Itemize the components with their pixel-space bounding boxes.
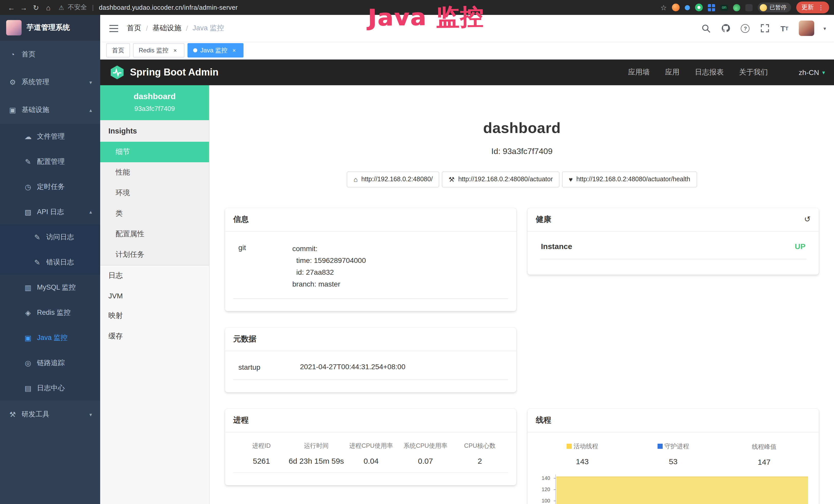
sba-item-environment[interactable]: 环境 bbox=[100, 183, 209, 203]
avatar-caret-icon[interactable]: ▾ bbox=[824, 25, 826, 31]
process-card-title: 进程 bbox=[225, 409, 516, 432]
sidebar-item-redis[interactable]: ◈ Redis 监控 bbox=[0, 300, 100, 325]
sidebar-item-infra[interactable]: ▣ 基础设施 ▴ bbox=[0, 96, 100, 124]
health-instance-row[interactable]: Instance UP bbox=[540, 242, 807, 259]
edit-icon: ✎ bbox=[24, 157, 32, 166]
sba-item-classes[interactable]: 类 bbox=[100, 203, 209, 224]
sba-sidebar: dashboard 93a3fc7f7409 Insights 细节 性能 环境… bbox=[100, 85, 210, 504]
app-logo[interactable]: 芋道管理系统 bbox=[0, 15, 100, 41]
sba-item-performance[interactable]: 性能 bbox=[100, 162, 209, 183]
service-url-link[interactable]: ⌂ http://192.168.0.2:48080/ bbox=[347, 171, 439, 187]
threads-legend-row: 活动线程 143 守护进程 bbox=[536, 439, 811, 466]
breadcrumb-separator: / bbox=[186, 24, 188, 32]
sidebar-item-api-log[interactable]: ▧ API 日志 ▴ bbox=[0, 199, 100, 224]
sidebar-item-home[interactable]: ◔ 首页 bbox=[0, 41, 100, 68]
metadata-row-value: 2021-04-27T00:44:31.254+08:00 bbox=[300, 363, 503, 371]
sidebar-item-error-log[interactable]: ✎ 错误日志 bbox=[0, 250, 100, 275]
sba-body: dashboard 93a3fc7f7409 Insights 细节 性能 环境… bbox=[100, 85, 834, 504]
sba-item-caches[interactable]: 缓存 bbox=[100, 326, 209, 347]
sidebar-item-java[interactable]: ▣ Java 监控 bbox=[0, 325, 100, 350]
sba-item-mappings[interactable]: 映射 bbox=[100, 305, 209, 326]
instance-id-subtitle: Id: 93a3fc7f7409 bbox=[225, 147, 819, 156]
tab-close-icon[interactable]: × bbox=[172, 47, 179, 54]
browser-menu-icon[interactable]: ⋮ bbox=[818, 4, 824, 11]
log-edit-icon: ✎ bbox=[33, 233, 42, 241]
database-icon: ▥ bbox=[24, 283, 32, 292]
sidebar-item-file[interactable]: ☁ 文件管理 bbox=[0, 124, 100, 149]
user-avatar[interactable] bbox=[799, 21, 814, 36]
sidebar-item-dev-tools[interactable]: ⚒ 研发工具 ▾ bbox=[0, 400, 100, 428]
fullscreen-icon[interactable] bbox=[760, 23, 770, 33]
tab-home[interactable]: 首页 bbox=[106, 43, 130, 58]
main-column: 首页 / 基础设施 / Java 监控 ? bbox=[100, 15, 834, 504]
insights-label[interactable]: Insights bbox=[100, 120, 209, 142]
actuator-url-link[interactable]: ⚒ http://192.168.0.2:48080/actuator bbox=[442, 171, 560, 187]
sidebar-item-job[interactable]: ◷ 定时任务 bbox=[0, 174, 100, 199]
sba-nav-about[interactable]: 关于我们 bbox=[739, 68, 768, 77]
cloud-icon: ☁ bbox=[24, 132, 32, 140]
sba-item-scheduled-tasks[interactable]: 计划任务 bbox=[100, 245, 209, 265]
sidebar-toggle-icon[interactable] bbox=[108, 23, 119, 33]
extension-orange-icon[interactable] bbox=[672, 4, 680, 11]
instance-header[interactable]: dashboard 93a3fc7f7409 bbox=[100, 85, 209, 120]
github-icon[interactable] bbox=[721, 23, 731, 33]
help-icon[interactable]: ? bbox=[740, 23, 750, 33]
tab-java[interactable]: Java 监控 × bbox=[188, 43, 243, 58]
paused-extension-badge[interactable]: 已暂停 bbox=[758, 3, 791, 12]
breadcrumb-home[interactable]: 首页 bbox=[127, 24, 141, 33]
details-content: dashboard Id: 93a3fc7f7409 ⌂ http://192.… bbox=[210, 85, 834, 504]
sba-item-jvm[interactable]: JVM bbox=[100, 286, 209, 305]
status-badge: UP bbox=[795, 242, 806, 251]
forward-icon[interactable]: → bbox=[18, 3, 30, 12]
tab-redis[interactable]: Redis 监控 × bbox=[133, 43, 184, 58]
extensions-puzzle-icon[interactable] bbox=[745, 4, 752, 11]
instance-links: ⌂ http://192.168.0.2:48080/ ⚒ http://192… bbox=[225, 171, 819, 187]
health-card: 健康 ↺ Instance UP bbox=[528, 208, 819, 275]
sba-nav-links: 应用墙 应用 日志报表 关于我们 zh-CN ▾ bbox=[628, 68, 825, 77]
sba-nav-wallboard[interactable]: 应用墙 bbox=[628, 68, 650, 77]
process-metrics-row: 进程ID 5261 运行时间 6d 23h 15m 59s 进程CPU使用率 bbox=[233, 439, 508, 473]
extension-on-badge[interactable]: on bbox=[720, 4, 728, 10]
extension-sprout-icon[interactable] bbox=[733, 4, 740, 11]
address-bar[interactable]: ⚠ 不安全 | dashboard.yudao.iocoder.cn/infra… bbox=[59, 3, 238, 12]
font-size-icon[interactable]: TT bbox=[779, 23, 790, 33]
home-icon[interactable]: ⌂ bbox=[42, 3, 54, 12]
sba-brand[interactable]: Spring Boot Admin bbox=[109, 65, 219, 80]
bookmark-star-icon[interactable]: ☆ bbox=[660, 3, 667, 12]
history-icon[interactable]: ↺ bbox=[804, 215, 811, 224]
sba-item-config-props[interactable]: 配置属性 bbox=[100, 224, 209, 245]
extension-drop-icon[interactable] bbox=[685, 5, 690, 10]
threads-chart: 140 120 100 bbox=[536, 475, 811, 504]
chevron-down-icon: ▾ bbox=[89, 79, 92, 85]
extension-green-icon[interactable] bbox=[695, 4, 703, 11]
breadcrumb-separator: / bbox=[146, 24, 148, 32]
sidebar-item-log-center[interactable]: ▤ 日志中心 bbox=[0, 375, 100, 400]
breadcrumb-infra[interactable]: 基础设施 bbox=[153, 24, 181, 33]
sidebar-item-access-log[interactable]: ✎ 访问日志 bbox=[0, 224, 100, 250]
emoji-face-icon bbox=[760, 4, 767, 11]
sidebar-item-config[interactable]: ✎ 配置管理 bbox=[0, 149, 100, 174]
chrome-update-button[interactable]: 更新 ⋮ bbox=[796, 2, 829, 13]
reload-icon[interactable]: ↻ bbox=[30, 3, 42, 12]
sba-nav-journal[interactable]: 日志报表 bbox=[695, 68, 724, 77]
sidebar-item-mysql[interactable]: ▥ MySQL 监控 bbox=[0, 275, 100, 300]
sba-item-details[interactable]: 细节 bbox=[100, 142, 209, 162]
extension-grid-icon[interactable] bbox=[708, 4, 715, 11]
document-icon: ▧ bbox=[24, 208, 32, 216]
tools-icon: ⚒ bbox=[8, 410, 17, 418]
header-actions: ? TT ▾ bbox=[701, 21, 826, 36]
sidebar-item-trace[interactable]: ◎ 链路追踪 bbox=[0, 350, 100, 375]
tab-close-icon[interactable]: × bbox=[231, 47, 238, 54]
sba-title: Spring Boot Admin bbox=[130, 67, 219, 78]
metric-system-cpu: 系统CPU使用率 0.07 bbox=[398, 442, 453, 465]
log-edit-icon: ✎ bbox=[33, 258, 42, 266]
sba-item-logs[interactable]: 日志 bbox=[100, 266, 209, 286]
back-icon[interactable]: ← bbox=[5, 3, 18, 12]
health-url-link[interactable]: ♥ http://192.168.0.2:48080/actuator/heal… bbox=[562, 171, 697, 187]
search-icon[interactable] bbox=[701, 23, 711, 33]
url-text[interactable]: dashboard.yudao.iocoder.cn/infra/admin-s… bbox=[99, 4, 238, 11]
sba-nav-applications[interactable]: 应用 bbox=[665, 68, 680, 77]
locale-select[interactable]: zh-CN ▾ bbox=[799, 68, 825, 76]
sidebar-item-system[interactable]: ⚙ 系统管理 ▾ bbox=[0, 68, 100, 96]
security-label: 不安全 bbox=[68, 3, 87, 12]
